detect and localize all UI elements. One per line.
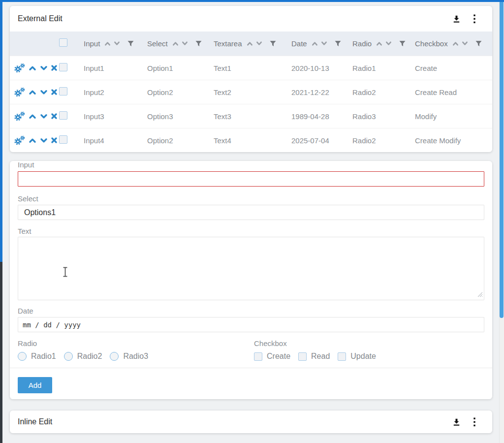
column-label: Checkbox <box>415 39 448 48</box>
sort-asc-chevron-icon[interactable] <box>172 41 179 46</box>
sort-desc-chevron-icon[interactable] <box>182 41 188 46</box>
move-down-icon[interactable] <box>40 65 48 71</box>
vertical-scrollbar-track[interactable] <box>499 0 504 443</box>
move-down-icon[interactable] <box>40 90 48 95</box>
row-checkbox[interactable] <box>59 111 67 120</box>
checkbox[interactable] <box>338 352 346 361</box>
filter-funnel-icon[interactable] <box>335 40 341 47</box>
column-label: Textarea <box>214 39 242 48</box>
move-down-icon[interactable] <box>40 114 48 119</box>
checkbox-option[interactable]: Read <box>298 352 330 361</box>
filter-funnel-icon[interactable] <box>270 40 276 47</box>
column-label: Radio <box>352 39 372 48</box>
settings-cogs-icon[interactable] <box>14 135 25 145</box>
sort-asc-chevron-icon[interactable] <box>312 41 318 46</box>
sort-desc-chevron-icon[interactable] <box>462 41 468 46</box>
radio-button[interactable] <box>64 352 73 361</box>
input-field[interactable] <box>18 171 484 187</box>
sort-desc-chevron-icon[interactable] <box>114 41 120 46</box>
sort-desc-chevron-icon[interactable] <box>256 41 262 46</box>
sort-asc-chevron-icon[interactable] <box>452 41 459 46</box>
move-up-icon[interactable] <box>29 138 36 143</box>
checkbox-group: Create Read Update <box>254 352 376 361</box>
sort-asc-chevron-icon[interactable] <box>247 41 253 46</box>
settings-cogs-icon[interactable] <box>14 87 25 97</box>
cell-radio: Radio3 <box>352 112 415 121</box>
external-edit-card: External Edit Input Select <box>10 6 492 152</box>
window-top-border <box>0 0 504 2</box>
date-placeholder: mm / dd / yyyy <box>23 321 81 329</box>
delete-x-icon[interactable] <box>51 137 57 143</box>
column-header-radio: Radio <box>352 39 415 48</box>
cell-checkbox: Create <box>415 64 492 72</box>
cell-textarea: Text4 <box>214 136 291 145</box>
table-row: Input4 Option2 Text4 2025-07-04 Radio2 C… <box>10 128 492 152</box>
filter-funnel-icon[interactable] <box>475 40 482 47</box>
left-edge-blue <box>0 0 2 262</box>
radio-option[interactable]: Radio3 <box>110 352 148 361</box>
checkbox-option-label: Read <box>311 352 330 361</box>
table-row: Input3 Option3 Text3 1989-04-28 Radio3 M… <box>10 104 492 128</box>
vertical-scrollbar-thumb[interactable] <box>500 0 504 318</box>
text-area-field[interactable] <box>18 237 484 300</box>
select-all-checkbox[interactable] <box>59 38 67 47</box>
filter-funnel-icon[interactable] <box>399 40 406 47</box>
download-icon[interactable] <box>452 14 461 24</box>
column-header-date: Date <box>291 39 352 48</box>
checkbox-option[interactable]: Create <box>254 352 290 361</box>
column-header-select: Select <box>147 39 214 48</box>
add-form-card: Input Select Options1 Text Date mm / dd … <box>10 161 492 399</box>
row-checkbox[interactable] <box>59 135 67 144</box>
column-header-checkbox: Checkbox <box>415 39 492 48</box>
kebab-menu-icon[interactable] <box>473 14 476 24</box>
kebab-menu-icon[interactable] <box>473 417 476 427</box>
delete-x-icon[interactable] <box>51 113 57 119</box>
date-field[interactable]: mm / dd / yyyy <box>18 317 484 332</box>
cell-select: Option2 <box>147 88 214 96</box>
sort-desc-chevron-icon[interactable] <box>385 41 392 46</box>
checkbox-option-label: Update <box>350 352 376 361</box>
cell-checkbox: Create Read <box>415 88 492 96</box>
sort-asc-chevron-icon[interactable] <box>376 41 382 46</box>
radio-group: Radio1 Radio2 Radio3 <box>18 352 254 361</box>
checkbox[interactable] <box>254 352 262 361</box>
form-footer: Add <box>10 368 492 399</box>
cell-radio: Radio2 <box>352 136 415 145</box>
row-checkbox[interactable] <box>59 87 67 95</box>
move-down-icon[interactable] <box>40 138 48 143</box>
radio-option-label: Radio2 <box>77 352 102 361</box>
settings-cogs-icon[interactable] <box>14 63 25 73</box>
inline-edit-card: Inline Edit <box>10 411 492 433</box>
radio-option[interactable]: Radio2 <box>64 352 102 361</box>
delete-x-icon[interactable] <box>51 65 57 71</box>
row-checkbox[interactable] <box>59 63 67 71</box>
move-up-icon[interactable] <box>29 90 36 95</box>
cell-select: Option3 <box>147 112 214 121</box>
move-up-icon[interactable] <box>29 114 36 119</box>
delete-x-icon[interactable] <box>51 89 57 95</box>
add-button[interactable]: Add <box>18 377 52 393</box>
cell-date: 2021-12-22 <box>291 88 352 96</box>
radio-button[interactable] <box>18 352 27 361</box>
cell-input: Input3 <box>84 112 147 121</box>
radio-option[interactable]: Radio1 <box>18 352 56 361</box>
checkbox[interactable] <box>298 352 307 361</box>
move-up-icon[interactable] <box>29 65 36 71</box>
select-field[interactable]: Options1 <box>18 205 484 220</box>
cell-textarea: Text1 <box>214 64 291 72</box>
filter-funnel-icon[interactable] <box>127 40 134 47</box>
sort-desc-chevron-icon[interactable] <box>321 41 327 46</box>
cell-input: Input1 <box>84 64 147 72</box>
checkbox-option[interactable]: Update <box>338 352 376 361</box>
sort-asc-chevron-icon[interactable] <box>104 41 111 46</box>
resize-handle-icon[interactable] <box>477 292 483 297</box>
column-header-textarea: Textarea <box>214 39 291 48</box>
cell-radio: Radio2 <box>352 88 415 96</box>
checkbox-group-label: Checkbox <box>254 340 376 348</box>
column-label: Input <box>84 39 100 48</box>
filter-funnel-icon[interactable] <box>195 40 202 47</box>
settings-cogs-icon[interactable] <box>14 111 25 121</box>
page-content: External Edit Input Select <box>10 6 492 433</box>
radio-button[interactable] <box>110 352 119 361</box>
download-icon[interactable] <box>452 417 461 427</box>
